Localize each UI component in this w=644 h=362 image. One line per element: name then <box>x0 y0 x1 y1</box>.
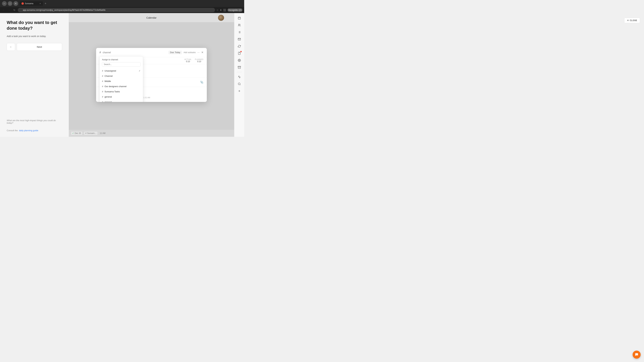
sidebar-icon-analytics[interactable] <box>236 74 242 80</box>
daily-planning-guide-link[interactable]: daily planning guide <box>19 129 38 132</box>
channel-name-input[interactable] <box>103 51 167 54</box>
tab-bar: Sunsama ✕ + <box>20 1 242 6</box>
sidebar-icon-search[interactable] <box>236 81 242 87</box>
sidebar-icon-people[interactable] <box>236 22 242 28</box>
notification-badge <box>240 51 242 52</box>
channel-item-label: Unassigned <box>104 69 116 72</box>
browser-controls: ─ □ ✕ <box>2 1 18 6</box>
channel-item-label: general <box>104 95 112 98</box>
svg-rect-13 <box>238 66 241 67</box>
channel-item-general-2[interactable]: # general <box>100 99 143 102</box>
due-badge: Due: Today <box>168 51 182 54</box>
tab-favicon <box>22 2 24 5</box>
task-modal-header: # Due: Today Add subtasks ··· ✕ Assign t… <box>96 48 207 57</box>
channel-search-input[interactable] <box>102 62 140 66</box>
page-subtext: Add a task you want to work on today. <box>7 34 62 38</box>
tab-title: Sunsama <box>25 2 33 5</box>
channel-hash-icon: # <box>100 51 101 54</box>
sidebar-icon-list[interactable] <box>236 29 242 35</box>
forward-nav-button[interactable]: → <box>7 8 11 12</box>
svg-point-15 <box>238 83 240 85</box>
channel-item-designers[interactable]: # Our designers channel <box>100 84 143 89</box>
tip-text: What are the most high-impact things you… <box>7 119 62 124</box>
sidebar-icon-settings[interactable] <box>236 57 242 63</box>
channel-item-label: general <box>104 101 112 102</box>
left-panel: What do you want to get done today? Add … <box>0 13 69 137</box>
main-layout: What do you want to get done today? Add … <box>0 13 244 137</box>
back-button[interactable]: ← <box>7 43 15 51</box>
planned-time: PLANNED 0:10 <box>195 58 204 63</box>
close-modal-button[interactable]: ✕ <box>201 51 204 54</box>
hash-icon: # <box>102 80 103 82</box>
extension-icon[interactable]: ⬛ <box>223 9 226 11</box>
svg-point-12 <box>239 60 240 61</box>
page-heading: What do you want to get done today? <box>7 20 62 31</box>
consult-prefix: Consult the <box>7 129 18 132</box>
center-content: Calendar # Due: Today Add subtasks ··· ✕… <box>69 13 234 137</box>
attach-icon[interactable]: 📎 <box>200 81 204 84</box>
planned-label: PLANNED <box>195 58 204 60</box>
window-close-button[interactable]: ✕ <box>14 1 18 6</box>
hash-icon: # <box>102 75 103 77</box>
more-options-button[interactable]: ··· <box>198 51 200 54</box>
svg-point-4 <box>238 24 239 25</box>
svg-rect-0 <box>238 17 240 19</box>
download-icon[interactable]: ⬇ <box>220 9 222 11</box>
sidebar-divider <box>237 72 242 72</box>
sidebar-icon-notes[interactable] <box>236 50 242 56</box>
channel-list: # Unassigned ✓ # Channel # Middle <box>100 68 143 102</box>
actual-label: ACTUAL <box>184 58 192 60</box>
hash-icon: # <box>102 69 103 72</box>
channel-item-label: Our designers channel <box>104 85 126 88</box>
hash-icon: # <box>102 90 103 93</box>
channel-item-sunsama-tasks[interactable]: # Sunsama Tasks <box>100 89 143 94</box>
address-input[interactable] <box>18 8 215 12</box>
channel-item-middle[interactable]: # Middle <box>100 79 143 84</box>
address-bar-row: ← → ↻ 🔒 ☆ ⬇ ⬛ Incognito (2) <box>0 7 244 13</box>
tab-close-icon[interactable]: ✕ <box>40 2 41 5</box>
minimize-button[interactable]: ─ <box>2 1 7 6</box>
hash-icon: # <box>102 95 103 98</box>
browser-actions: ☆ ⬇ ⬛ Incognito (2) <box>216 8 242 12</box>
tip-container: What are the most high-impact things you… <box>7 112 62 132</box>
channel-item-channel[interactable]: # Channel <box>100 73 143 79</box>
maximize-button[interactable]: □ <box>8 1 12 6</box>
channel-item-label: Channel <box>104 75 112 77</box>
dropdown-header: Assign to channel: <box>100 56 143 62</box>
channel-item-general-1[interactable]: # general <box>100 94 143 99</box>
right-sidebar <box>234 13 244 137</box>
modal-overlay: # Due: Today Add subtasks ··· ✕ Assign t… <box>69 13 234 137</box>
planned-value: 0:10 <box>195 60 204 63</box>
next-button[interactable]: Next <box>17 43 62 51</box>
actual-value: 0:10 <box>184 60 192 63</box>
browser-chrome: ─ □ ✕ Sunsama ✕ + <box>0 0 244 7</box>
check-icon: ✓ <box>139 69 140 72</box>
active-tab[interactable]: Sunsama ✕ <box>20 1 43 6</box>
dropdown-search <box>100 62 143 68</box>
new-tab-button[interactable]: + <box>44 2 48 5</box>
sidebar-icon-calendar[interactable] <box>236 15 242 21</box>
reload-button[interactable]: ↻ <box>12 8 16 12</box>
channel-item-unassigned[interactable]: # Unassigned ✓ <box>100 68 143 73</box>
svg-line-16 <box>240 84 240 85</box>
sidebar-icon-sync[interactable] <box>236 43 242 49</box>
guide-link-row: Consult the daily planning guide <box>7 129 62 132</box>
incognito-badge: Incognito (2) <box>228 8 242 12</box>
hash-icon: # <box>102 101 103 102</box>
channel-dropdown: Assign to channel: # Unassigned ✓ # <box>100 56 143 102</box>
bookmark-icon[interactable]: ☆ <box>216 9 218 11</box>
task-modal: # Due: Today Add subtasks ··· ✕ Assign t… <box>96 48 207 102</box>
hash-icon: # <box>102 85 103 88</box>
back-nav-button[interactable]: ← <box>2 8 6 12</box>
channel-item-label: Middle <box>104 80 111 82</box>
address-bar-container: 🔒 <box>18 8 215 12</box>
sidebar-icon-archive[interactable] <box>236 64 242 70</box>
sidebar-icon-mail[interactable] <box>236 36 242 42</box>
nav-buttons: ← Next <box>7 43 62 51</box>
channel-item-label: Sunsama Tasks <box>104 90 120 93</box>
actual-time: ACTUAL 0:10 <box>184 58 192 63</box>
add-subtasks-button[interactable]: Add subtasks <box>184 51 196 54</box>
sidebar-icon-add[interactable] <box>236 88 242 94</box>
